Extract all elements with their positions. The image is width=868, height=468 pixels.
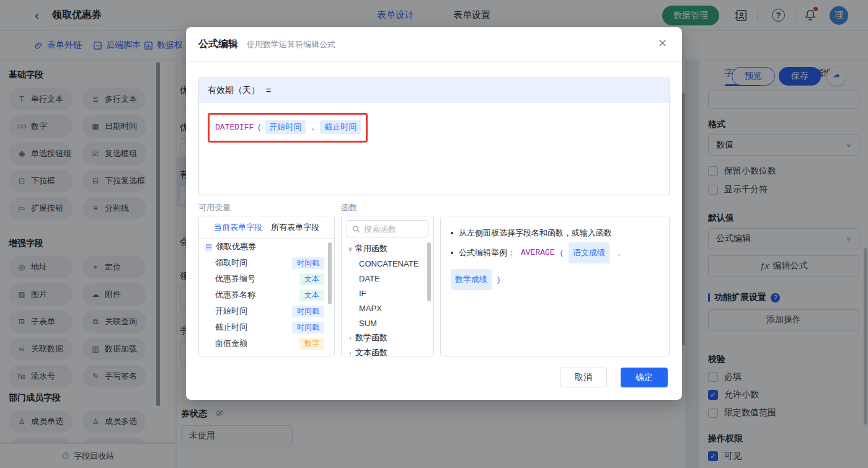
- search-icon: [352, 225, 360, 233]
- help-line: 从左侧面板选择字段名和函数，或输入函数: [451, 224, 659, 242]
- tab-all-form-fields[interactable]: 所有表单字段: [271, 222, 319, 233]
- modal-subtitle: 使用数学运算符编辑公式: [247, 39, 335, 50]
- formula-editor-box[interactable]: 有效期（天） = DATEDIFF ( 开始时间 ， 截止时间 ): [198, 77, 670, 195]
- function-name: AVERAGE: [521, 244, 555, 262]
- variables-panel: 当前表单字段 所有表单字段 ▤ 领取优惠券 领取时间 时间戳 优惠券编号 文本 …: [198, 216, 335, 356]
- functions-label: 函数: [341, 202, 357, 213]
- caret-closed-icon: ›: [345, 335, 355, 342]
- functions-panel: ∨ 常用函数 CONCATENATE DATE IF MAPX SUM › 数学…: [341, 216, 434, 356]
- form-doc-icon: ▤: [205, 242, 212, 251]
- modal-title: 公式编辑: [198, 38, 238, 51]
- function-item[interactable]: IF: [342, 286, 433, 301]
- function-search[interactable]: [347, 220, 428, 237]
- variables-label: 可用变量: [198, 202, 231, 213]
- variable-row[interactable]: 领取时间 时间戳: [199, 255, 334, 271]
- bullet: [451, 232, 453, 234]
- variable-row[interactable]: 面值金额 数字: [199, 335, 334, 351]
- field-chip-math-score: 数学成绩: [451, 269, 492, 290]
- function-group-math[interactable]: › 数学函数: [342, 330, 433, 345]
- type-badge: 时间戳: [292, 257, 324, 269]
- equals-sign: =: [266, 86, 271, 95]
- function-group-common[interactable]: ∨ 常用函数: [342, 241, 433, 256]
- formula-editor-modal: 公式编辑 使用数学运算符编辑公式 ✕ 有效期（天） = DATEDIFF ( 开…: [186, 27, 682, 400]
- variable-row[interactable]: 开始时间 时间戳: [199, 303, 334, 319]
- variables-scrollbar[interactable]: [328, 242, 332, 304]
- type-badge: 时间戳: [292, 322, 324, 333]
- help-panel: 从左侧面板选择字段名和函数，或输入函数 公式编辑举例： AVERAGE ( 语文…: [440, 216, 670, 356]
- function-search-input[interactable]: [364, 224, 420, 234]
- formula-target-row: 有效期（天） =: [199, 78, 669, 103]
- cancel-button[interactable]: 取消: [560, 368, 607, 387]
- caret-open-icon: ∨: [345, 245, 355, 252]
- type-badge: 数字: [299, 338, 324, 350]
- variable-row[interactable]: 截止时间 时间戳: [199, 319, 334, 335]
- confirm-button[interactable]: 确定: [621, 368, 668, 387]
- close-icon[interactable]: ✕: [658, 38, 667, 49]
- function-item[interactable]: DATE: [342, 271, 433, 286]
- variable-row[interactable]: 优惠券名称 文本: [199, 287, 334, 303]
- function-item[interactable]: SUM: [342, 316, 433, 330]
- bullet: [451, 252, 453, 254]
- annotation-red-box: [208, 113, 368, 143]
- variables-tree-root[interactable]: ▤ 领取优惠券: [199, 239, 334, 255]
- function-group-text[interactable]: › 文本函数: [342, 345, 433, 356]
- type-badge: 时间戳: [292, 306, 324, 317]
- caret-closed-icon: ›: [345, 350, 355, 356]
- functions-scrollbar[interactable]: [427, 242, 431, 301]
- field-chip-chinese-score: 语文成绩: [569, 242, 609, 263]
- variable-row[interactable]: 优惠券编号 文本: [199, 271, 334, 287]
- variables-tabs: 当前表单字段 所有表单字段: [199, 216, 334, 239]
- modal-header: 公式编辑 使用数学运算符编辑公式: [186, 27, 682, 62]
- help-example-line: 公式编辑举例： AVERAGE ( 语文成绩 ， 数学成绩 ): [451, 242, 659, 290]
- type-badge: 文本: [299, 273, 324, 285]
- tab-current-form-fields[interactable]: 当前表单字段: [214, 222, 262, 233]
- type-badge: 文本: [299, 289, 324, 301]
- function-item[interactable]: CONCATENATE: [342, 256, 433, 271]
- function-item[interactable]: MAPX: [342, 301, 433, 316]
